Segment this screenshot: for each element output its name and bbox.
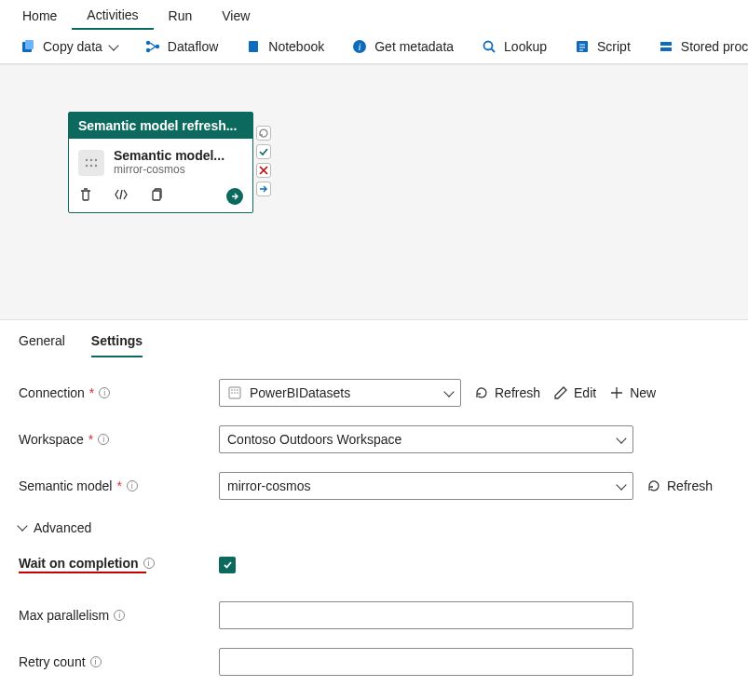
connection-select[interactable]: PowerBIDatasets	[219, 379, 461, 407]
mode-tabs: Home Activities Run View	[0, 0, 748, 30]
info-icon[interactable]: i	[114, 610, 125, 621]
svg-point-2	[146, 41, 150, 45]
info-icon: i	[352, 39, 367, 54]
activities-toolbar: Copy data Dataflow Notebook i Get metada…	[0, 30, 748, 64]
svg-rect-19	[153, 191, 160, 200]
port-completion[interactable]	[256, 126, 271, 141]
svg-rect-11	[660, 42, 672, 46]
info-icon[interactable]: i	[99, 387, 110, 398]
node-body: Semantic model... mirror-cosmos	[69, 139, 252, 182]
copy-data-button[interactable]: Copy data	[7, 35, 130, 58]
script-icon	[575, 39, 590, 54]
chevron-down-icon	[17, 520, 27, 531]
chevron-down-icon	[443, 386, 454, 397]
svg-point-23	[237, 389, 238, 391]
svg-point-17	[90, 165, 92, 167]
port-success[interactable]	[256, 144, 271, 159]
node-footer	[69, 182, 252, 212]
port-skip[interactable]	[256, 182, 271, 196]
retry-count-label: Retry counti	[19, 654, 219, 669]
refresh-icon	[474, 385, 489, 400]
svg-text:i: i	[359, 41, 361, 52]
refresh-models-button[interactable]: Refresh	[646, 478, 713, 493]
node-output-ports	[256, 126, 271, 196]
svg-point-3	[146, 48, 150, 52]
wait-checkbox[interactable]	[219, 557, 236, 573]
chevron-down-icon	[616, 479, 626, 490]
svg-point-4	[156, 45, 159, 48]
notebook-icon	[246, 39, 261, 54]
panel-tabs: General Settings	[0, 320, 748, 357]
tab-activities[interactable]: Activities	[72, 0, 153, 30]
copy-icon[interactable]	[149, 187, 164, 205]
node-subtitle: mirror-cosmos	[114, 163, 224, 176]
semantic-model-select[interactable]: mirror-cosmos	[219, 472, 633, 500]
svg-point-8	[484, 42, 493, 50]
pipeline-canvas[interactable]: Semantic model refresh... Semantic model…	[0, 64, 748, 320]
copy-data-icon	[20, 39, 35, 54]
info-icon[interactable]: i	[127, 480, 138, 491]
svg-point-18	[95, 165, 97, 167]
edit-connection-button[interactable]: Edit	[553, 385, 596, 400]
plus-icon	[609, 385, 624, 400]
refresh-connection-button[interactable]: Refresh	[474, 385, 540, 400]
svg-point-15	[95, 159, 97, 161]
activity-node[interactable]: Semantic model refresh... Semantic model…	[68, 112, 253, 213]
settings-form: Connection*i PowerBIDatasets Refresh Edi…	[0, 357, 748, 700]
svg-point-26	[237, 392, 238, 394]
dataflow-icon	[145, 39, 160, 54]
port-fail[interactable]	[256, 163, 271, 178]
semantic-model-label: Semantic model*i	[19, 478, 219, 493]
tab-general[interactable]: General	[19, 330, 65, 357]
svg-point-22	[234, 389, 236, 391]
svg-point-25	[234, 392, 236, 394]
chevron-down-icon	[616, 433, 626, 443]
retry-count-input[interactable]	[219, 648, 633, 676]
new-connection-button[interactable]: New	[609, 385, 656, 400]
tab-settings[interactable]: Settings	[91, 330, 143, 357]
search-icon	[482, 39, 496, 54]
grab-handle-icon	[78, 150, 104, 176]
script-button[interactable]: Script	[562, 35, 644, 58]
info-icon[interactable]: i	[143, 558, 155, 569]
svg-rect-1	[25, 40, 34, 49]
code-icon[interactable]	[114, 187, 129, 205]
dataset-icon	[227, 385, 242, 400]
tab-home[interactable]: Home	[7, 0, 72, 30]
svg-point-14	[90, 159, 92, 161]
svg-point-13	[86, 159, 88, 161]
connection-label: Connection*i	[19, 385, 219, 400]
node-title: Semantic model...	[114, 148, 224, 163]
highlight-underline	[19, 572, 146, 574]
delete-icon[interactable]	[78, 187, 93, 205]
notebook-button[interactable]: Notebook	[233, 35, 337, 58]
svg-point-16	[86, 165, 88, 167]
wait-label: Wait on completion i	[19, 556, 219, 574]
svg-rect-5	[249, 41, 258, 52]
run-icon[interactable]	[226, 188, 243, 205]
dataflow-button[interactable]: Dataflow	[132, 35, 231, 58]
edit-icon	[553, 385, 568, 400]
svg-line-9	[492, 49, 496, 53]
max-parallelism-label: Max parallelismi	[19, 608, 219, 623]
chevron-down-icon	[108, 40, 118, 50]
tab-run[interactable]: Run	[154, 0, 208, 30]
advanced-toggle[interactable]: Advanced	[19, 520, 91, 535]
get-metadata-button[interactable]: i Get metadata	[339, 35, 467, 58]
stored-proc-icon	[659, 39, 673, 54]
properties-panel: General Settings Connection*i PowerBIDat…	[0, 320, 748, 700]
stored-procedure-button[interactable]: Stored proced	[646, 35, 748, 58]
info-icon[interactable]: i	[98, 434, 109, 445]
info-icon[interactable]: i	[90, 656, 102, 667]
lookup-button[interactable]: Lookup	[469, 35, 560, 58]
max-parallelism-input[interactable]	[219, 601, 633, 629]
tab-view[interactable]: View	[207, 0, 265, 30]
svg-point-24	[231, 392, 233, 394]
workspace-select[interactable]: Contoso Outdoors Workspace	[219, 425, 633, 453]
svg-rect-12	[660, 47, 672, 51]
refresh-icon	[646, 478, 661, 493]
svg-point-21	[231, 389, 233, 391]
workspace-label: Workspace*i	[19, 432, 219, 447]
node-header: Semantic model refresh...	[69, 113, 252, 139]
